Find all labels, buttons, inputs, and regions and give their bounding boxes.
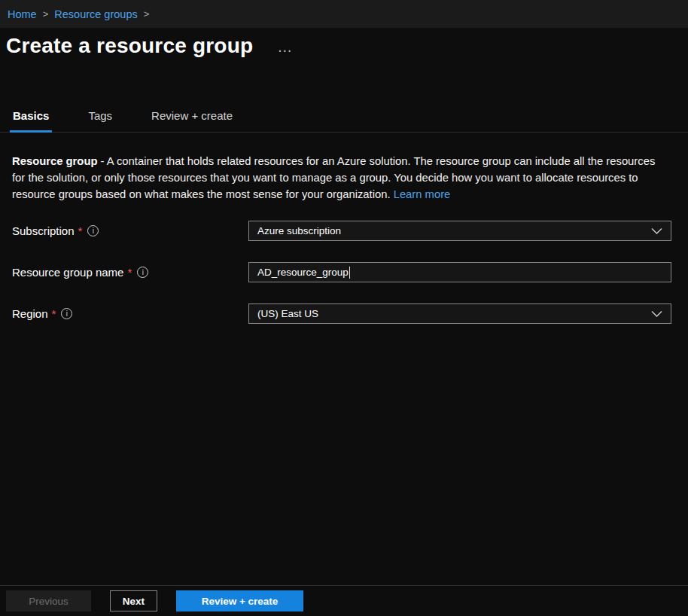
resource-group-name-row: Resource group name * i AD_resource_grou… — [12, 262, 671, 282]
breadcrumb: Home > Resource groups > — [0, 0, 688, 28]
resource-group-name-label-text: Resource group name — [12, 266, 123, 279]
breadcrumb-link-resource-groups[interactable]: Resource groups — [54, 8, 137, 20]
resource-group-name-label: Resource group name * i — [12, 266, 248, 279]
required-marker: * — [78, 224, 83, 237]
text-cursor — [349, 267, 350, 279]
required-marker: * — [127, 266, 132, 279]
subscription-value: Azure subscription — [257, 225, 341, 236]
region-label: Region * i — [12, 307, 248, 320]
description-body: - A container that holds related resourc… — [12, 155, 655, 200]
breadcrumb-link-home[interactable]: Home — [8, 8, 37, 20]
basics-form: Subscription * i Azure subscription Reso… — [12, 221, 671, 345]
tab-bar: Basics Tags Review + create — [0, 102, 688, 133]
breadcrumb-separator: > — [144, 8, 150, 20]
resource-group-name-input[interactable]: AD_resource_group — [248, 262, 671, 282]
breadcrumb-separator: > — [43, 8, 49, 20]
review-create-button[interactable]: Review + create — [176, 590, 303, 611]
subscription-label-text: Subscription — [12, 224, 75, 237]
tab-review-create[interactable]: Review + create — [151, 102, 233, 132]
region-select[interactable]: (US) East US — [248, 303, 671, 324]
more-menu-icon[interactable]: … — [277, 41, 294, 53]
region-label-text: Region — [12, 307, 48, 320]
resource-group-name-info-icon[interactable]: i — [137, 267, 148, 278]
subscription-info-icon[interactable]: i — [87, 225, 99, 236]
wizard-footer: Previous Next Review + create — [0, 585, 688, 616]
required-marker: * — [52, 307, 56, 320]
learn-more-link[interactable]: Learn more — [394, 188, 451, 200]
region-value: (US) East US — [257, 308, 318, 319]
previous-button[interactable]: Previous — [6, 590, 91, 611]
description-text: Resource group - A container that holds … — [12, 153, 668, 203]
description-lead: Resource group — [12, 155, 97, 167]
chevron-down-icon — [651, 227, 662, 234]
tab-basics[interactable]: Basics — [12, 102, 50, 132]
tab-tags[interactable]: Tags — [87, 102, 113, 132]
subscription-label: Subscription * i — [12, 224, 248, 237]
region-row: Region * i (US) East US — [12, 303, 671, 324]
next-button[interactable]: Next — [110, 590, 157, 611]
subscription-select[interactable]: Azure subscription — [248, 221, 671, 241]
resource-group-name-value: AD_resource_group — [257, 267, 349, 278]
page-title: Create a resource group — [6, 33, 253, 59]
chevron-down-icon — [651, 310, 662, 317]
page-header: Create a resource group … — [6, 33, 294, 59]
subscription-row: Subscription * i Azure subscription — [12, 221, 671, 241]
region-info-icon[interactable]: i — [61, 308, 72, 319]
